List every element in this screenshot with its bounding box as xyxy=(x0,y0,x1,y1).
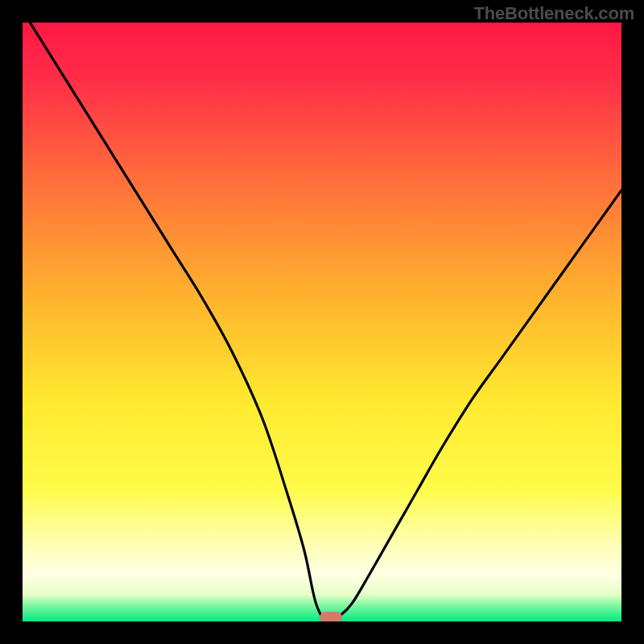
chart-frame: TheBottleneck.com xyxy=(0,0,644,644)
optimal-marker xyxy=(320,612,342,621)
plot-area xyxy=(23,23,621,621)
bottleneck-curve xyxy=(23,23,621,621)
watermark: TheBottleneck.com xyxy=(473,3,634,24)
